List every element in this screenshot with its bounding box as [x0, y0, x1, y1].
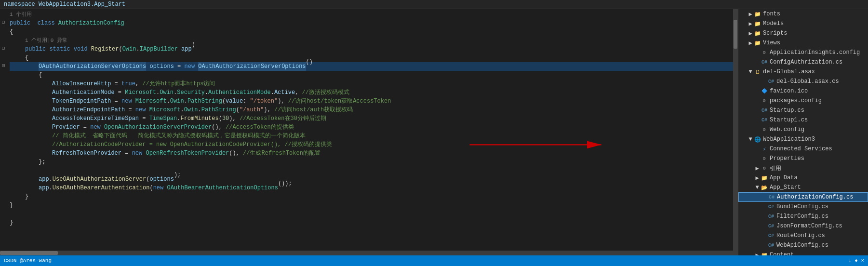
tree-item-models[interactable]: ▶ 📁 Models [738, 19, 868, 28]
tree-label: ConfigAuthrization.cs [770, 59, 842, 66]
tree-item-fonts1[interactable]: ▶ 📁 fonts [738, 9, 868, 19]
tree-item-favicon[interactable]: ▶ 🔷 favicon.ico [738, 86, 868, 96]
cs-icon: C# [767, 203, 775, 211]
margin-indicators: ⊟ ⊟ ⊟ [0, 9, 7, 251]
tree-item-startup1[interactable]: ▶ C# Startup1.cs [738, 115, 868, 125]
cs-icon: C# [761, 58, 768, 66]
solution-tree[interactable]: ▶ 📁 fonts ▶ 📁 Models ▶ 📁 Scripts ▶ 📁 Vie… [738, 9, 868, 255]
folder-icon: 📁 [761, 251, 768, 255]
tree-item-appinsights[interactable]: ▶ ⚙ ApplicationInsights.config [738, 48, 868, 57]
tree-item-content[interactable]: ▶ 📁 Content [738, 250, 868, 255]
code-line [10, 210, 733, 218]
cs-icon: C# [767, 222, 775, 230]
code-line: public class AuthorizationConfig [10, 19, 733, 27]
tree-label: AuthorizationConfig.cs [777, 194, 853, 200]
fold-indicator-1[interactable]: ⊟ [0, 18, 7, 27]
cs-icon: C# [761, 116, 768, 124]
tree-arrow: ▶ [747, 30, 754, 37]
status-text: CSDN @Ares-Wang [4, 258, 52, 264]
tree-label: fonts [763, 11, 780, 17]
status-icons: ↓ ♦ × [848, 258, 864, 264]
tree-label: Content [770, 252, 794, 255]
code-line: 1 个引用|0 异常 [10, 36, 733, 45]
folder-icon: 📁 [761, 174, 768, 182]
horizontal-scrollbar[interactable] [0, 251, 733, 255]
tree-item-configauth[interactable]: ▶ C# ConfigAuthrization.cs [738, 57, 868, 67]
code-line-comment: //AuthorizationCodeProvider = new OpenAu… [10, 140, 733, 149]
tree-item-appdata[interactable]: ▶ 📁 App_Data [738, 173, 868, 183]
webapp-icon: 🌐 [754, 135, 761, 143]
code-line: AccessTokenExpireTimeSpan = TimeSpan.Fro… [10, 114, 733, 123]
code-lines[interactable]: 1 个引用 public class AuthorizationConfig {… [7, 9, 733, 251]
tree-item-properties[interactable]: ▶ ⚙ Properties [738, 154, 868, 163]
vertical-scrollbar[interactable] [733, 9, 738, 255]
cs-icon: C# [761, 106, 768, 114]
ico-icon: 🔷 [761, 87, 768, 95]
tree-item-webconfig[interactable]: ▶ ⚙ Web.config [738, 125, 868, 134]
tree-label: JsonFormatConfig.cs [776, 223, 842, 229]
code-line: { [10, 27, 733, 36]
code-line: app.UseOAuthAuthorizationServer(options)… [10, 175, 733, 184]
folder-icon: 📁 [754, 29, 761, 37]
tree-label: Views [763, 40, 780, 46]
fold-indicator-2[interactable]: ⊟ [0, 44, 7, 53]
v-scrollbar-thumb[interactable] [734, 20, 737, 49]
code-line [10, 166, 733, 175]
solution-explorer: ▶ 📁 fonts ▶ 📁 Models ▶ 📁 Scripts ▶ 📁 Vie… [738, 9, 868, 255]
tree-arrow: ▼ [747, 68, 754, 75]
tree-item-webapp3[interactable]: ▼ 🌐 WebApplication3 [738, 134, 868, 144]
tree-item-connected-services[interactable]: ▶ ⚡ Connected Services [738, 144, 868, 154]
config-icon: ⚙ [761, 97, 768, 105]
tree-item-bundleconfig[interactable]: ▶ C# BundleConfig.cs [738, 202, 868, 212]
tree-item-globalcs[interactable]: ▶ C# del-Global.asax.cs [738, 77, 868, 86]
tree-item-appstart[interactable]: ▼ 📂 App_Start [738, 183, 868, 192]
tree-item-authconfig[interactable]: ▶ C# AuthorizationConfig.cs [738, 192, 868, 202]
folder-icon: 📁 [754, 10, 761, 18]
code-line: { [10, 71, 733, 80]
tree-label: del-Global.asax.cs [776, 78, 839, 85]
h-scrollbar-thumb[interactable] [0, 251, 58, 255]
folder-icon: 📂 [761, 184, 768, 191]
tree-item-references[interactable]: ▶ ⚙ 引用 [738, 163, 868, 173]
code-line: TokenEndpointPath = new Microsoft.Owin.P… [10, 97, 733, 106]
properties-icon: ⚙ [761, 155, 768, 162]
tree-item-routeconfig[interactable]: ▶ C# RouteConfig.cs [738, 231, 868, 240]
code-line: app.UseOAuthBearerAuthentication(new OAu… [10, 184, 733, 192]
tree-item-startup[interactable]: ▶ C# Startup.cs [738, 106, 868, 115]
namespace-bar: namespace WebApplication3.App_Start [0, 0, 868, 9]
code-line: } [10, 201, 733, 210]
status-bar: CSDN @Ares-Wang ↓ ♦ × [0, 255, 868, 266]
code-editor[interactable]: ⊟ ⊟ ⊟ 1 个引用 public class AuthorizationCo… [0, 9, 733, 255]
tree-item-packages[interactable]: ▶ ⚙ packages.config [738, 96, 868, 106]
tree-label: App_Start [770, 184, 801, 191]
code-line-comment: // 简化模式 省略下面代码 简化模式又称为隐式授权码模式，它是授权码模式的一个… [10, 132, 733, 140]
tree-arrow: ▶ [754, 252, 761, 256]
folder-icon: 📁 [754, 39, 761, 47]
code-line: Provider = new OpenAuthorizationServerPr… [10, 123, 733, 132]
asax-icon: 🗋 [754, 68, 761, 76]
fold-indicator-3[interactable]: ⊟ [0, 61, 7, 70]
tree-label: BundleConfig.cs [776, 203, 828, 210]
code-line: AuthenticationMode = Microsoft.Owin.Secu… [10, 88, 733, 97]
code-line: { [10, 53, 733, 62]
code-line: RefreshTokenProvider = new OpenRefreshTo… [10, 149, 733, 158]
tree-label: 引用 [770, 164, 781, 173]
cs-icon: C# [767, 78, 775, 85]
tree-label: Models [763, 20, 784, 27]
tree-item-views[interactable]: ▶ 📁 Views [738, 38, 868, 48]
tree-arrow: ▶ [754, 174, 761, 182]
tree-item-scripts[interactable]: ▶ 📁 Scripts [738, 28, 868, 38]
tree-item-webapiconfig[interactable]: ▶ C# WebApiConfig.cs [738, 240, 868, 250]
tree-label: RouteConfig.cs [776, 232, 825, 239]
cs-icon: C# [767, 213, 775, 220]
tree-label: favicon.ico [770, 88, 808, 94]
tree-item-filterconfig[interactable]: ▶ C# FilterConfig.cs [738, 212, 868, 221]
status-left: CSDN @Ares-Wang [4, 258, 52, 264]
tree-item-jsonconfig[interactable]: ▶ C# JsonFormatConfig.cs [738, 221, 868, 231]
tree-label: WebApplication3 [763, 136, 815, 143]
tree-label: Properties [770, 155, 804, 162]
code-line: AuthorizeEndpointPath = new Microsoft.Ow… [10, 106, 733, 114]
code-line: }; [10, 158, 733, 166]
config-icon: ⚙ [761, 49, 768, 56]
tree-item-global[interactable]: ▼ 🗋 del-Global.asax [738, 67, 868, 77]
